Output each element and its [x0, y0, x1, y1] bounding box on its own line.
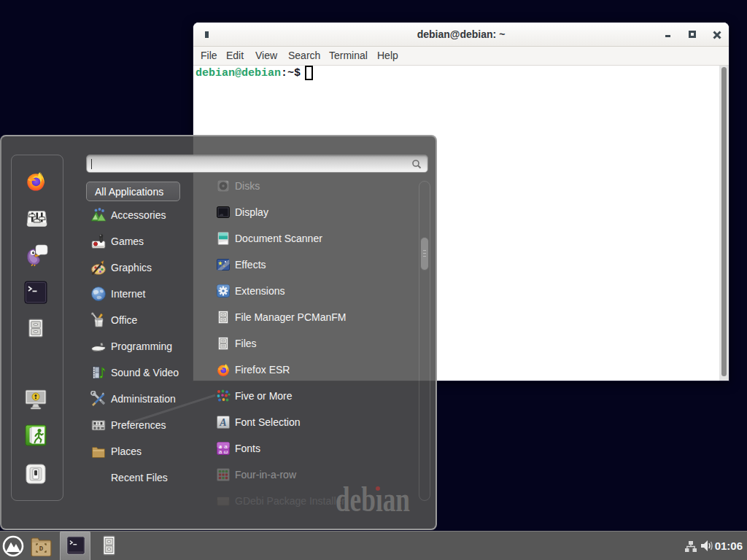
svg-text:ω: ω — [224, 448, 228, 455]
svg-text:D: D — [39, 545, 44, 553]
svg-text:a: a — [219, 448, 222, 455]
